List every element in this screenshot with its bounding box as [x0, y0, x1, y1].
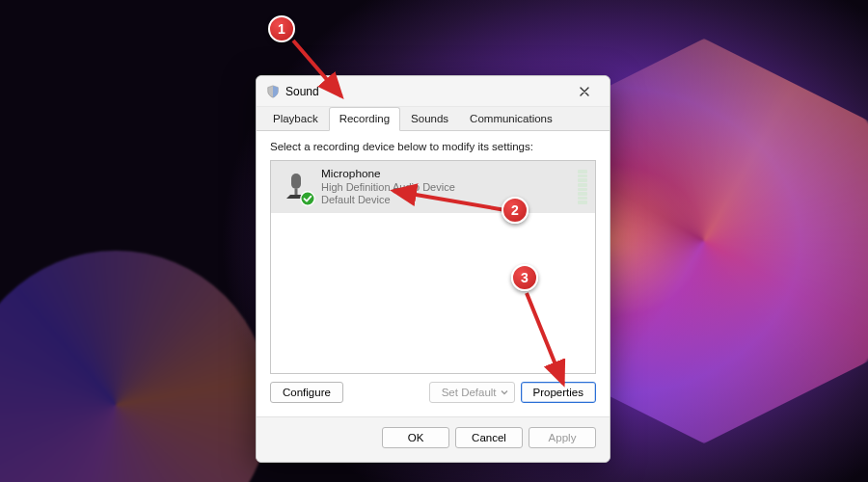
device-button-row: Configure Set Default Properties — [270, 382, 596, 403]
tab-communications[interactable]: Communications — [459, 107, 563, 131]
close-icon — [580, 87, 589, 96]
callout-3: 3 — [511, 264, 538, 291]
cancel-button[interactable]: Cancel — [455, 427, 523, 448]
desktop-wallpaper: Sound Playback Recording Sounds Communic… — [0, 0, 868, 482]
close-button[interactable] — [565, 78, 604, 105]
svg-rect-1 — [295, 189, 298, 195]
device-driver: High Definition Audio Device — [321, 181, 572, 195]
shield-icon — [266, 85, 280, 98]
tab-sounds[interactable]: Sounds — [400, 107, 459, 131]
instruction-text: Select a recording device below to modif… — [270, 141, 596, 152]
device-list[interactable]: Microphone High Definition Audio Device … — [270, 160, 596, 374]
device-name: Microphone — [321, 167, 572, 181]
tab-strip: Playback Recording Sounds Communications — [257, 107, 610, 131]
wallpaper-swirl — [0, 251, 270, 482]
callout-2: 2 — [502, 197, 529, 224]
ok-button[interactable]: OK — [382, 427, 449, 448]
tab-content: Select a recording device below to modif… — [257, 131, 610, 416]
svg-point-2 — [301, 192, 314, 205]
configure-button[interactable]: Configure — [270, 382, 343, 403]
device-status: Default Device — [321, 194, 572, 207]
tab-playback[interactable]: Playback — [262, 107, 329, 131]
device-row-microphone[interactable]: Microphone High Definition Audio Device … — [271, 161, 595, 213]
properties-button[interactable]: Properties — [521, 382, 596, 403]
device-text: Microphone High Definition Audio Device … — [321, 167, 572, 207]
dialog-footer: OK Cancel Apply — [257, 416, 610, 462]
callout-1: 1 — [268, 15, 295, 42]
set-default-button[interactable]: Set Default — [429, 382, 515, 403]
dialog-title: Sound — [285, 85, 565, 98]
level-meter — [578, 170, 587, 204]
microphone-icon — [279, 170, 313, 204]
titlebar[interactable]: Sound — [257, 76, 610, 107]
default-check-icon — [300, 191, 315, 206]
apply-button[interactable]: Apply — [529, 427, 596, 448]
set-default-label: Set Default — [442, 387, 497, 398]
svg-rect-0 — [291, 174, 301, 189]
sound-dialog: Sound Playback Recording Sounds Communic… — [256, 75, 610, 463]
chevron-down-icon — [501, 388, 508, 396]
tab-recording[interactable]: Recording — [329, 107, 400, 131]
